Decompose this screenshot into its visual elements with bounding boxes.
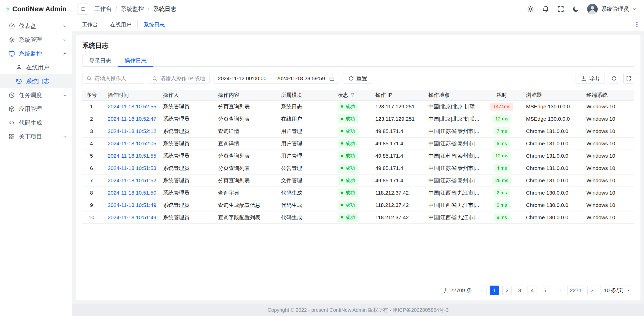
- cell-location: 中国|江苏省|泰州市|...: [421, 174, 485, 187]
- breadcrumb-item[interactable]: 系统监控: [121, 5, 144, 13]
- sidebar-item-online-users[interactable]: 在线用户: [0, 61, 72, 74]
- reset-button[interactable]: 重置: [343, 73, 372, 84]
- status-badge: 成功: [338, 188, 358, 197]
- operator-search-field[interactable]: [82, 73, 144, 84]
- fullscreen-icon[interactable]: [557, 5, 565, 13]
- breadcrumb-item[interactable]: 工作台: [94, 5, 112, 13]
- cell-time: 2024-11-18 10:51:53: [101, 162, 156, 174]
- date-separator: -: [270, 75, 272, 81]
- time-link[interactable]: 2024-11-18 10:52:47: [108, 116, 156, 122]
- tab-label: 在线用户: [110, 21, 131, 28]
- tab-more-icon[interactable]: [633, 21, 640, 28]
- table-row: 82024-11-18 10:51:50系统管理员查询字典代码生成成功118.2…: [82, 187, 634, 199]
- cell-operator: 系统管理员: [156, 125, 211, 137]
- time-link[interactable]: 2024-11-18 10:52:05: [108, 141, 156, 146]
- time-link[interactable]: 2024-11-18 10:51:52: [108, 177, 156, 183]
- pagination-next-button[interactable]: [587, 286, 597, 295]
- tab-label: 系统日志: [144, 21, 165, 28]
- cell-module: 系统日志: [274, 100, 331, 113]
- status-dot: [341, 142, 343, 145]
- notification-bell-icon[interactable]: [542, 5, 549, 13]
- cell-browser: Chrome 131.0.0.0: [519, 162, 579, 174]
- table-row: 102024-11-18 10:51:49系统管理员查询字段配置列表代码生成成功…: [82, 211, 634, 223]
- settings-gear-icon[interactable]: [527, 5, 534, 13]
- cell-content: 分页查询列表: [211, 150, 274, 162]
- cell-status: 成功: [331, 125, 368, 137]
- filter-funnel-icon[interactable]: [350, 93, 355, 97]
- tab-system-logs[interactable]: 系统日志: [137, 20, 171, 29]
- sidebar-item-about[interactable]: 关于项目: [0, 130, 72, 144]
- dark-mode-moon-icon[interactable]: [572, 5, 580, 13]
- cell-os: Windows 10: [579, 187, 634, 199]
- table-fullscreen-button[interactable]: [623, 73, 634, 84]
- elapsed-badge: 6 ms: [494, 140, 510, 148]
- pagination-page-1[interactable]: 1: [490, 286, 499, 295]
- time-link[interactable]: 2024-11-18 10:51:49: [108, 214, 156, 220]
- sidebar-collapse-button[interactable]: [77, 4, 88, 15]
- pagination-ellipsis[interactable]: ···: [553, 286, 564, 295]
- cell-elapsed: 6 ms: [485, 199, 519, 211]
- pagination-page-5[interactable]: 5: [540, 286, 549, 295]
- pagination-page-3[interactable]: 3: [515, 286, 524, 295]
- log-table-body: 12024-11-18 10:52:55系统管理员分页查询列表系统日志成功123…: [82, 100, 634, 223]
- elapsed-badge: 7 ms: [494, 127, 510, 135]
- pagination-prev-button[interactable]: [477, 286, 487, 295]
- time-link[interactable]: 2024-11-18 10:52:55: [108, 104, 156, 109]
- time-link[interactable]: 2024-11-18 10:51:55: [108, 153, 156, 159]
- pagination-total: 共 22709 条: [444, 287, 472, 294]
- topbar: 工作台 / 系统监控 / 系统日志 系统管理员: [72, 0, 644, 18]
- table-row: 72024-11-18 10:51:52系统管理员分页查询列表文件管理成功49.…: [82, 174, 634, 187]
- sidebar-item-system-monitor[interactable]: 系统监控: [0, 47, 72, 61]
- sidebar-item-code-generation[interactable]: 代码生成: [0, 116, 72, 130]
- time-link[interactable]: 2024-11-18 10:52:12: [108, 128, 156, 134]
- cell-status: 成功: [331, 162, 368, 174]
- cell-elapsed: 7 ms: [485, 125, 519, 137]
- app-logo[interactable]: ContiNew Admin: [0, 0, 72, 18]
- elapsed-badge: 12 ms: [492, 152, 511, 160]
- status-badge: 成功: [338, 127, 358, 136]
- time-link[interactable]: 2024-11-18 10:51:53: [108, 165, 156, 171]
- cell-os: Windows 10: [579, 100, 634, 113]
- ip-search-input[interactable]: [160, 75, 206, 81]
- page-size-select[interactable]: 10 条/页: [600, 286, 634, 295]
- export-button[interactable]: 导出: [576, 73, 605, 84]
- cell-status: 成功: [331, 211, 368, 223]
- sidebar-item-system-logs[interactable]: 系统日志: [0, 74, 72, 88]
- user-menu[interactable]: 系统管理员: [587, 4, 637, 14]
- sidebar-item-dashboard[interactable]: 仪表盘: [0, 19, 72, 33]
- table-row: 92024-11-18 10:51:49系统管理员查询生成配置信息代码生成成功1…: [82, 199, 634, 211]
- pagination-page-4[interactable]: 4: [528, 286, 537, 295]
- avatar: [587, 4, 598, 14]
- pagination-page-2[interactable]: 2: [502, 286, 512, 295]
- breadcrumb-current: 系统日志: [153, 5, 176, 13]
- tab-online-users[interactable]: 在线用户: [104, 20, 138, 29]
- date-range-picker[interactable]: 2024-11-12 00:00:00 - 2024-11-18 23:59:5…: [214, 73, 339, 84]
- cell-time: 2024-11-18 10:51:55: [101, 150, 156, 162]
- tab-login-logs[interactable]: 登录日志: [82, 55, 118, 67]
- cell-content: 查询生成配置信息: [211, 199, 274, 211]
- tab-label: 工作台: [82, 21, 98, 28]
- cell-browser: Chrome 130.0.0.0: [519, 211, 579, 223]
- status-badge: 成功: [338, 151, 358, 160]
- cell-browser: Chrome 130.0.0.0: [519, 199, 579, 211]
- cell-browser: Chrome 131.0.0.0: [519, 125, 579, 137]
- cell-no: 3: [82, 125, 101, 137]
- table-refresh-button[interactable]: [609, 73, 619, 84]
- operator-search-input[interactable]: [95, 75, 140, 81]
- elapsed-badge: 4 ms: [494, 164, 510, 172]
- tab-operation-logs[interactable]: 操作日志: [118, 55, 153, 67]
- sidebar-item-label: 代码生成: [19, 119, 67, 127]
- ip-search-field[interactable]: [148, 73, 210, 84]
- time-link[interactable]: 2024-11-18 10:51:49: [108, 202, 156, 208]
- pagination-page-last[interactable]: 2271: [567, 286, 584, 295]
- status-badge: 成功: [338, 139, 358, 148]
- sidebar-item-app-management[interactable]: 应用管理: [0, 102, 72, 116]
- sidebar-item-system-management[interactable]: 系统管理: [0, 33, 72, 47]
- sidebar-item-label: 关于项目: [19, 133, 59, 141]
- cell-content: 查询详情: [211, 137, 274, 150]
- tab-workbench[interactable]: 工作台: [76, 20, 104, 29]
- time-link[interactable]: 2024-11-18 10:51:50: [108, 190, 156, 196]
- sidebar-item-task-schedule[interactable]: 任务调度: [0, 88, 72, 102]
- chevron-right-icon: [590, 288, 594, 293]
- log-type-tabs: 登录日志 操作日志: [82, 55, 634, 67]
